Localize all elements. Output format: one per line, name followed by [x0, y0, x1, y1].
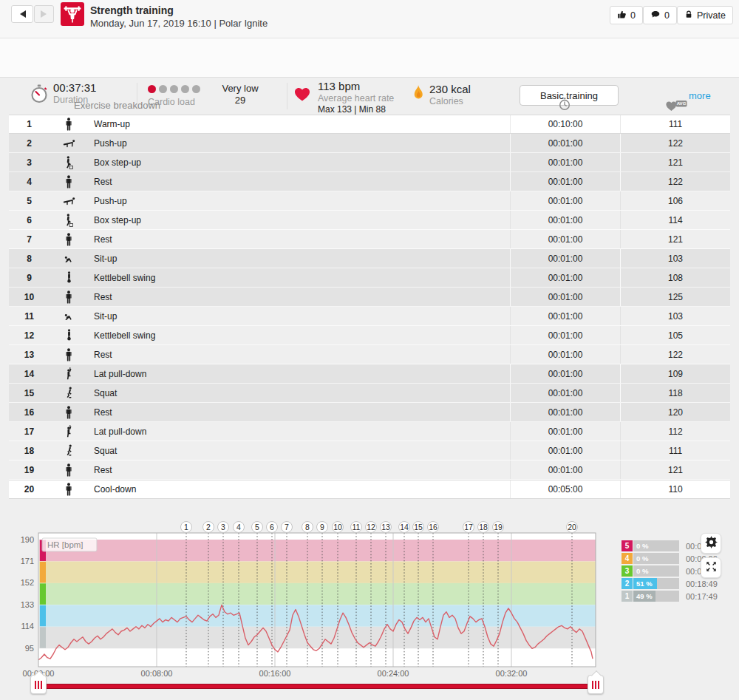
previous-session-button[interactable]: [11, 5, 33, 23]
exercise-rows: 1Warm-up00:10:001112Push-up00:01:001223B…: [9, 115, 730, 499]
exercise-number: 5: [9, 191, 50, 210]
slider-handle-right[interactable]: [588, 675, 604, 694]
exercise-number: 17: [9, 422, 50, 441]
exercise-duration: 00:01:00: [510, 403, 620, 421]
exercise-name: Sit-up: [88, 249, 510, 268]
heart-rate-chart-section: HR [bpm]12345678910111213141516171819201…: [0, 517, 739, 700]
table-row: 13Rest00:01:00122: [9, 345, 730, 364]
cardio-load-level: Very low: [217, 83, 264, 95]
exercise-avg-hr: 122: [620, 345, 730, 364]
exercise-duration: 00:01:00: [510, 191, 620, 210]
exercise-number: 7: [9, 230, 50, 248]
cardio-load-dot: [181, 85, 189, 93]
person-standing-icon: [50, 288, 88, 306]
squat-icon: [50, 441, 88, 460]
zone-number-badge: 1: [621, 591, 633, 602]
exercise-duration: 00:01:00: [510, 249, 620, 268]
exercise-duration: 00:01:00: [510, 134, 620, 152]
svg-text:1: 1: [184, 523, 188, 531]
svg-text:7: 7: [285, 523, 289, 531]
cardio-load-dots: [148, 85, 200, 93]
box-step-up-icon: [50, 211, 88, 229]
next-session-button[interactable]: [34, 5, 54, 23]
zone-percent-bar: 0 %: [633, 540, 679, 551]
person-standing-icon: [50, 345, 88, 364]
cardio-load-dot: [170, 85, 178, 93]
chart-fullscreen-button[interactable]: [701, 557, 721, 578]
svg-text:16: 16: [429, 523, 437, 531]
table-row: 17Lat pull-down00:01:00112: [9, 422, 730, 441]
strength-training-sport-icon: [61, 2, 84, 26]
zone-percent-bar: 0 %: [633, 565, 679, 577]
exercise-avg-hr: 103: [620, 249, 730, 268]
person-standing-icon: [50, 461, 88, 479]
zone-percent-bar: 51 %: [633, 578, 679, 589]
exercise-number: 3: [9, 153, 50, 171]
zone-percent-value: 0 %: [636, 542, 648, 550]
exercise-number: 1: [9, 115, 50, 133]
svg-text:4: 4: [236, 523, 241, 531]
zone-time-value: 00:17:49: [686, 592, 718, 601]
session-subtitle: Monday, Jun 17, 2019 16:10 | Polar Ignit…: [90, 18, 268, 29]
exercise-duration: 00:01:00: [510, 345, 620, 364]
svg-text:2: 2: [206, 523, 211, 531]
exercise-name: Lat pull-down: [88, 422, 510, 441]
exercise-avg-hr: 106: [620, 191, 730, 210]
svg-text:114: 114: [21, 622, 34, 631]
zone-number-badge: 5: [621, 540, 633, 551]
table-row: 18Squat00:01:00111: [9, 441, 730, 461]
chart-settings-button[interactable]: [701, 533, 721, 554]
exercise-avg-hr: 121: [620, 461, 730, 479]
exercise-duration: 00:05:00: [510, 480, 620, 498]
time-axis-labels: 00:00:0000:08:0000:16:0000:24:0000:32:00: [0, 669, 613, 679]
cardio-load-dot: [192, 85, 200, 93]
privacy-button[interactable]: Private: [677, 6, 733, 24]
exercise-duration: 00:01:00: [510, 441, 620, 460]
svg-text:AVG: AVG: [677, 101, 687, 106]
time-axis-tick: 00:24:00: [378, 669, 409, 678]
table-header-row: Exercise breakdown AVG: [9, 95, 730, 115]
comment-button[interactable]: 0: [643, 6, 677, 24]
exercise-avg-hr: 121: [620, 153, 730, 171]
exercise-number: 19: [9, 461, 50, 479]
time-axis-tick: 00:08:00: [141, 669, 173, 678]
table-row: 15Squat00:01:00118: [9, 384, 730, 403]
exercise-duration: 00:01:00: [510, 230, 620, 248]
lat-pull-down-icon: [50, 422, 88, 441]
exercise-duration: 00:01:00: [510, 307, 620, 325]
sit-up-icon: [50, 307, 88, 325]
table-row: 10Rest00:01:00125: [9, 288, 730, 307]
exercise-name: Push-up: [88, 134, 510, 152]
person-standing-icon: [50, 480, 88, 498]
zone-percent-value: 0 %: [636, 554, 648, 563]
exercise-avg-hr: 105: [620, 326, 730, 344]
exercise-number: 9: [9, 268, 50, 287]
zone-number-badge: 2: [621, 578, 633, 589]
svg-text:8: 8: [305, 523, 310, 531]
cardio-load-dot: [159, 85, 167, 93]
exercise-number: 18: [9, 441, 50, 460]
like-button[interactable]: 0: [610, 6, 643, 24]
exercise-name: Rest: [88, 345, 510, 364]
svg-text:133: 133: [21, 600, 34, 609]
hr-chart-plot: HR [bpm]12345678910111213141516171819201…: [0, 517, 613, 673]
svg-text:6: 6: [270, 523, 274, 531]
svg-text:10: 10: [333, 523, 342, 531]
exercise-name: Rest: [88, 461, 510, 479]
zone-number-badge: 4: [621, 553, 633, 564]
svg-text:18: 18: [479, 523, 488, 531]
table-row: 16Rest00:01:00120: [9, 403, 730, 422]
svg-text:14: 14: [400, 523, 409, 531]
table-row: 14Lat pull-down00:01:00109: [9, 364, 730, 384]
exercise-number: 8: [9, 249, 50, 268]
exercise-duration: 00:01:00: [510, 288, 620, 306]
svg-text:15: 15: [414, 523, 423, 531]
back-arrow-icon: [16, 10, 26, 18]
slider-handle-left[interactable]: [30, 675, 47, 694]
comment-count: 0: [664, 10, 670, 21]
table-row: 4Rest00:01:00122: [9, 172, 730, 191]
time-range-slider-track[interactable]: [38, 684, 596, 689]
zone-number-badge: 3: [621, 565, 633, 577]
person-standing-icon: [50, 403, 88, 421]
table-row: 8Sit-up00:01:00103: [9, 249, 730, 268]
